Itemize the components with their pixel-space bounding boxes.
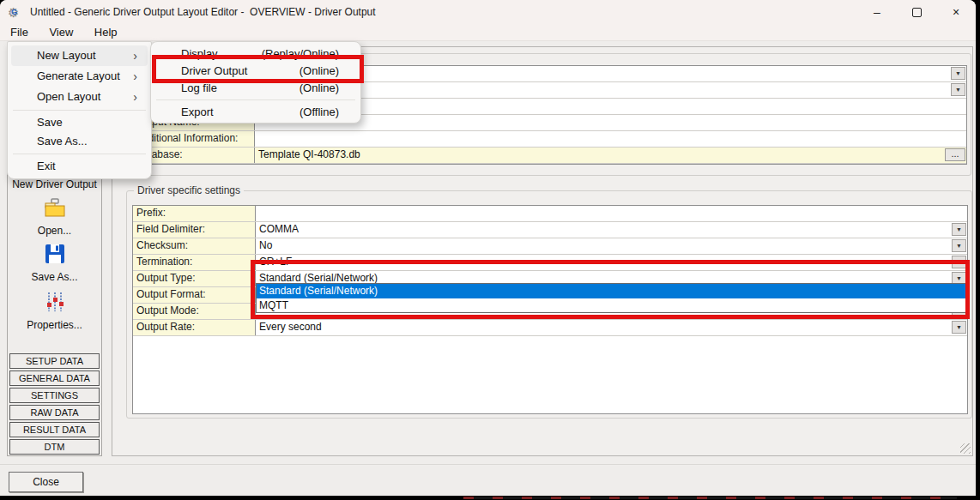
form-row: Field Delimiter: COMMA ▼ [133,222,967,238]
field-value-text: Every second [259,321,322,333]
menu-help[interactable]: Help [86,24,126,40]
app-window: ⚙ G Untitled - Generic Driver Output Lay… [0,0,976,496]
result-data-button[interactable]: RESULT DATA [9,422,100,437]
menu-separator [13,154,146,154]
properties-tool-label: Properties... [8,319,101,331]
field-value-input[interactable] [255,115,966,130]
submenu-item-label: Log file [181,81,217,94]
general-data-button[interactable]: GENERAL DATA [9,370,100,386]
chevron-down-icon: ▼ [956,243,962,249]
resize-grip[interactable] [960,443,971,454]
maximize-button[interactable] [897,0,936,24]
checksum-combo[interactable]: No ▼ [256,238,967,254]
menu-item-new-layout[interactable]: New Layout › [11,45,148,66]
window-title: Untitled - Generic Driver Output Layout … [30,6,376,18]
field-label: Checksum: [133,238,256,254]
menu-item-save-as[interactable]: Save As... [11,132,148,151]
field-value-text: COMMA [259,223,299,235]
menu-item-label: New Layout [37,49,96,62]
maximize-icon [912,8,922,17]
dropdown-arrow-button[interactable]: ▼ [952,223,966,236]
menu-item-exit[interactable]: Exit [11,157,148,176]
field-value-text: No [259,239,272,251]
menu-bar: File View Help [0,24,976,41]
chevron-down-icon: ▼ [956,226,962,232]
submenu-arrow-icon: › [133,66,137,87]
chevron-down-icon: ▼ [956,324,962,330]
field-label: Output Mode: [133,304,256,319]
menu-item-label: Open Layout [37,90,100,103]
menu-separator [156,99,355,100]
sidebar-title: New Driver Output [8,178,101,190]
field-label: Field Delimiter: [133,222,256,238]
field-delimiter-combo[interactable]: COMMA ▼ [256,222,967,238]
menu-file[interactable]: File [2,24,37,40]
dropdown-arrow-button[interactable]: ▼ [952,239,966,252]
properties-sliders-icon [45,291,65,313]
output-rate-combo[interactable]: Every second ▼ [256,320,967,335]
title-bar: ⚙ G Untitled - Generic Driver Output Lay… [0,0,976,24]
database-value-text: Template QI-40873.db [258,148,360,160]
annotation-box-output-type [251,260,970,319]
dropdown-arrow-button[interactable]: ▼ [951,67,965,80]
menu-item-open-layout[interactable]: Open Layout › [11,87,148,107]
properties-tool-button[interactable]: Properties... [8,291,101,331]
save-floppy-icon [44,243,66,265]
minimize-button[interactable]: – [857,0,897,24]
submenu-arrow-icon: › [133,45,137,66]
menu-item-save[interactable]: Save [11,113,148,132]
field-label: Output Type: [133,271,256,286]
chevron-down-icon: ▼ [955,70,961,76]
field-value-input[interactable] [255,131,966,147]
menu-separator [13,110,146,111]
save-as-tool-button[interactable]: Save As... [8,243,101,283]
app-icon: ⚙ G [8,5,22,20]
field-label: Prefix: [133,206,256,221]
file-menu: New Layout › Generate Layout › Open Layo… [7,41,152,179]
browse-button[interactable]: ... [945,148,965,161]
menu-item-generate-layout[interactable]: Generate Layout › [11,66,148,87]
field-value-combo[interactable]: ▼ [255,82,966,98]
form-row: Prefix: [133,206,967,222]
form-row: Checksum: No ▼ [133,238,967,255]
groupbox-title: Driver specific settings [134,184,244,196]
close-icon: × [953,5,959,19]
submenu-arrow-icon: › [133,87,137,107]
minimize-icon: – [874,5,880,19]
dropdown-arrow-button[interactable]: ▼ [952,321,966,334]
chevron-down-icon: ▼ [955,87,961,93]
raw-data-button[interactable]: RAW DATA [9,405,100,420]
footer-divider [0,464,976,465]
open-folder-icon [43,198,67,219]
menu-view[interactable]: View [40,24,82,40]
open-tool-button[interactable]: Open... [8,198,101,237]
field-label: Output Rate: [133,320,256,335]
field-label: Output Format: [133,287,256,303]
submenu-item-label: Export [181,105,214,118]
dtm-button[interactable]: DTM [9,439,100,455]
submenu-item-export[interactable]: Export (Offline) [151,103,360,122]
form-row: Additional Information: [132,131,966,148]
field-label: Termination: [133,255,256,270]
dropdown-arrow-button[interactable]: ▼ [951,83,965,96]
menu-item-label: Generate Layout [37,69,120,82]
annotation-box-driver-output [152,55,364,83]
form-row: Database: Template QI-40873.db ... [132,148,966,164]
save-as-tool-label: Save As... [8,271,101,283]
background-window-sliver [463,497,957,499]
setup-data-button[interactable]: SETUP DATA [9,353,100,369]
database-field: Template QI-40873.db ... [255,148,966,163]
app-letter-icon: G [11,9,17,16]
prefix-input[interactable] [256,206,967,221]
close-dialog-button[interactable]: Close [9,472,83,492]
close-button[interactable]: × [936,0,976,24]
settings-button[interactable]: SETTINGS [9,388,100,403]
submenu-item-mode: (Offline) [299,103,339,122]
field-value-input[interactable] [255,99,966,114]
form-row: Output Rate: Every second ▼ [133,320,967,336]
open-tool-label: Open... [8,225,101,237]
